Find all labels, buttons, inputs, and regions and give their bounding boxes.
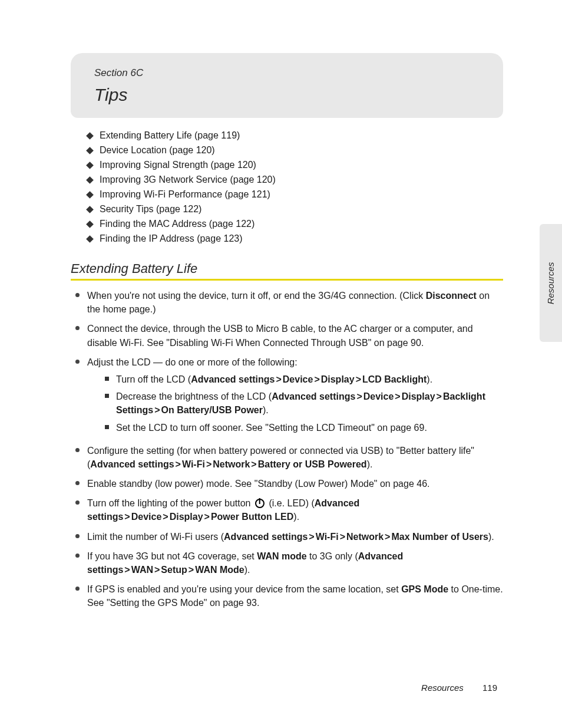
round-bullet-icon	[75, 500, 80, 505]
list-text: Turn off the lighting of the power butto…	[87, 496, 503, 523]
list-text: If you have 3G but not 4G coverage, set …	[87, 549, 503, 577]
round-bullet-icon	[75, 587, 80, 591]
diamond-bullet-icon	[86, 220, 94, 228]
toc-item: Improving Signal Strength (page 120)	[87, 158, 503, 172]
round-bullet-icon	[75, 481, 80, 485]
diamond-bullet-icon	[86, 147, 94, 154]
toc-item: Extending Battery Life (page 119)	[87, 129, 503, 143]
toc-item: Finding the IP Address (page 123)	[87, 232, 503, 246]
list-item: Connect the device, through the USB to M…	[71, 322, 503, 349]
toc-text: Improving Wi-Fi Performance (page 121)	[100, 187, 270, 202]
list-item: Adjust the LCD — do one or more of the f…	[71, 355, 503, 438]
toc-item: Improving Wi-Fi Performance (page 121)	[87, 187, 503, 202]
list-text: Adjust the LCD — do one or more of the f…	[87, 355, 503, 438]
list-item: If GPS is enabled and you're using your …	[71, 582, 503, 610]
toc-text: Device Location (page 120)	[100, 143, 215, 157]
page-content: Section 6C Tips Extending Battery Life (…	[0, 0, 562, 728]
list-text: Limit the number of Wi-Fi users (Advance…	[87, 530, 503, 543]
sub-list-item: Decrease the brightness of the LCD (Adva…	[105, 390, 503, 417]
list-item: When you're not using the device, turn i…	[71, 289, 503, 316]
toc-text: Security Tips (page 122)	[100, 202, 201, 216]
list-text: When you're not using the device, turn i…	[87, 289, 503, 316]
sub-list: Turn off the LCD (Advanced settings>Devi…	[105, 373, 503, 434]
table-of-contents: Extending Battery Life (page 119) Device…	[87, 129, 503, 246]
toc-text: Improving 3G Network Service (page 120)	[100, 173, 276, 187]
list-item: Limit the number of Wi-Fi users (Advance…	[71, 530, 503, 543]
list-item: Turn off the lighting of the power butto…	[71, 496, 503, 523]
list-item: If you have 3G but not 4G coverage, set …	[71, 549, 503, 577]
footer-label: Resources	[421, 683, 464, 693]
diamond-bullet-icon	[86, 176, 94, 184]
page-footer: Resources 119	[421, 683, 497, 693]
toc-text: Finding the IP Address (page 123)	[100, 232, 243, 246]
square-bullet-icon	[105, 394, 109, 398]
toc-item: Improving 3G Network Service (page 120)	[87, 173, 503, 187]
square-bullet-icon	[105, 425, 109, 429]
round-bullet-icon	[75, 448, 80, 452]
round-bullet-icon	[75, 293, 80, 297]
diamond-bullet-icon	[86, 191, 94, 199]
toc-item: Security Tips (page 122)	[87, 202, 503, 216]
list-text: Connect the device, through the USB to M…	[87, 322, 503, 349]
list-item: Configure the setting (for when battery …	[71, 444, 503, 471]
sub-list-item: Turn off the LCD (Advanced settings>Devi…	[105, 373, 503, 386]
side-tab-label: Resources	[546, 262, 556, 304]
round-bullet-icon	[75, 534, 80, 538]
power-icon	[255, 499, 265, 508]
diamond-bullet-icon	[86, 235, 94, 243]
list-text: Configure the setting (for when battery …	[87, 444, 503, 471]
subheading-extending-battery: Extending Battery Life	[71, 261, 503, 276]
round-bullet-icon	[75, 326, 80, 330]
round-bullet-icon	[75, 360, 80, 364]
diamond-bullet-icon	[86, 206, 94, 213]
diamond-bullet-icon	[86, 162, 94, 169]
section-title: Tips	[94, 85, 480, 105]
list-text: If GPS is enabled and you're using your …	[87, 582, 503, 610]
section-label: Section 6C	[94, 67, 480, 79]
toc-text: Finding the MAC Address (page 122)	[100, 217, 254, 231]
sub-list-item: Set the LCD to turn off sooner. See "Set…	[105, 421, 503, 434]
toc-item: Device Location (page 120)	[87, 143, 503, 157]
section-header: Section 6C Tips	[71, 53, 503, 118]
list-item: Enable standby (low power) mode. See "St…	[71, 477, 503, 490]
toc-text: Extending Battery Life (page 119)	[100, 129, 240, 143]
divider-rule	[71, 279, 503, 281]
toc-item: Finding the MAC Address (page 122)	[87, 217, 503, 231]
square-bullet-icon	[105, 377, 109, 381]
page-number: 119	[482, 683, 497, 693]
list-text: Enable standby (low power) mode. See "St…	[87, 477, 503, 490]
side-tab: Resources	[540, 224, 562, 342]
tips-list: When you're not using the device, turn i…	[71, 289, 503, 610]
toc-text: Improving Signal Strength (page 120)	[100, 158, 256, 172]
diamond-bullet-icon	[86, 132, 94, 140]
round-bullet-icon	[75, 554, 80, 558]
